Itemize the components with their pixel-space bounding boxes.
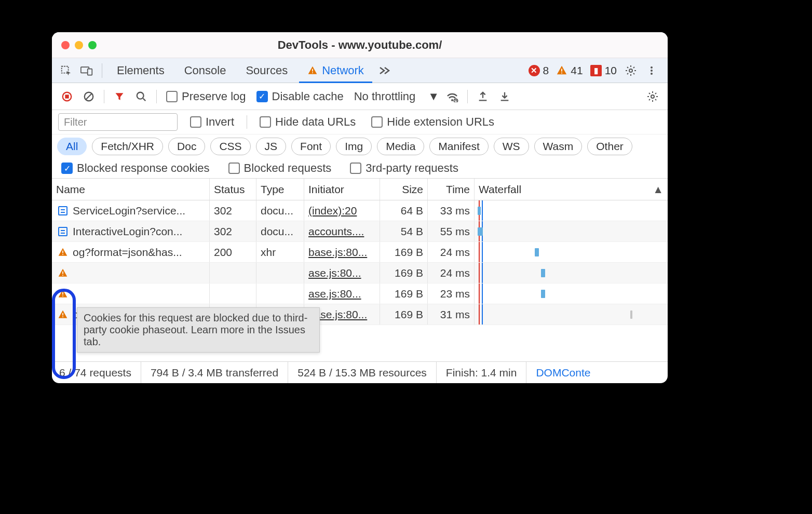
initiator-link[interactable]: ase.js:80...	[308, 288, 361, 300]
col-name[interactable]: Name	[52, 179, 210, 200]
initiator-link[interactable]: ase.js:80...	[308, 267, 361, 279]
filter-icon[interactable]	[111, 88, 128, 105]
chip-manifest[interactable]: Manifest	[429, 138, 488, 155]
minimize-window-button[interactable]	[75, 41, 83, 49]
kebab-menu-icon[interactable]	[643, 62, 660, 79]
document-icon	[56, 206, 70, 215]
col-size[interactable]: Size	[380, 179, 428, 200]
preserve-log-checkbox[interactable]: Preserve log	[163, 90, 249, 103]
svg-rect-25	[62, 295, 63, 296]
svg-point-7	[629, 69, 632, 72]
warning-icon	[56, 309, 70, 320]
tab-elements[interactable]: Elements	[109, 58, 173, 83]
chip-doc[interactable]: Doc	[168, 138, 205, 155]
chip-img[interactable]: Img	[336, 138, 372, 155]
titlebar: DevTools - www.youtube.com/	[52, 32, 668, 58]
window-title: DevTools - www.youtube.com/	[52, 38, 668, 52]
svg-rect-27	[62, 316, 63, 317]
table-row[interactable]: og?format=json&has...200xhrbase.js:80...…	[52, 242, 668, 263]
more-tabs-icon[interactable]	[375, 62, 393, 79]
filter-input[interactable]: Filter	[58, 113, 178, 131]
hide-data-urls-checkbox[interactable]: Hide data URLs	[256, 115, 359, 129]
chip-other[interactable]: Other	[587, 138, 632, 155]
close-window-button[interactable]	[61, 41, 70, 49]
initiator-link[interactable]: base.js:80...	[308, 246, 367, 259]
chip-wasm[interactable]: Wasm	[534, 138, 583, 155]
svg-line-16	[143, 98, 146, 101]
chevron-down-icon: ▼	[428, 90, 439, 103]
tab-network[interactable]: Network	[299, 58, 372, 83]
blocked-requests-checkbox[interactable]: Blocked requests	[225, 161, 335, 175]
device-toggle-icon[interactable]	[78, 62, 96, 79]
table-row[interactable]: ServiceLogin?service...302docu...(index)…	[52, 200, 668, 221]
svg-rect-5	[561, 69, 562, 72]
third-party-checkbox[interactable]: 3rd-party requests	[347, 161, 462, 175]
request-name: InteractiveLogin?con...	[73, 225, 205, 238]
cookie-blocked-tooltip: Cookies for this request are blocked due…	[77, 307, 320, 353]
maximize-window-button[interactable]	[88, 41, 97, 49]
error-counter[interactable]: ✕ 8	[526, 64, 551, 77]
inspect-icon[interactable]	[57, 62, 75, 79]
status-resources: 524 B / 15.3 MB resources	[288, 362, 437, 383]
svg-rect-26	[62, 313, 63, 315]
col-type[interactable]: Type	[256, 179, 304, 200]
initiator-link[interactable]: accounts....	[308, 225, 364, 238]
status-bar: 6 / 74 requests 794 B / 3.4 MB transferr…	[52, 361, 668, 383]
warning-icon	[56, 247, 70, 258]
issues-counter[interactable]: ▮ 10	[588, 64, 619, 77]
throttling-select[interactable]: No throttling ▼	[351, 90, 439, 103]
col-status[interactable]: Status	[210, 179, 256, 200]
settings-icon[interactable]	[622, 62, 640, 79]
waterfall-bar	[478, 227, 483, 236]
error-icon: ✕	[529, 65, 540, 76]
network-conditions-icon[interactable]	[443, 88, 461, 105]
waterfall-bar	[541, 269, 545, 277]
table-row[interactable]: ase.js:80...169 B24 ms	[52, 263, 668, 283]
waterfall-bar	[478, 207, 481, 215]
download-har-icon[interactable]	[496, 88, 513, 105]
disable-cache-checkbox[interactable]: ✓Disable cache	[253, 90, 347, 103]
initiator-link[interactable]: (index):20	[308, 205, 357, 217]
svg-rect-6	[561, 72, 562, 73]
tab-console[interactable]: Console	[176, 58, 235, 83]
request-name: ServiceLogin?service...	[73, 205, 205, 217]
warning-icon	[56, 289, 70, 299]
svg-rect-12	[65, 94, 69, 98]
waterfall-bar	[535, 248, 539, 256]
table-row[interactable]: ase.js:80...169 B23 ms	[52, 283, 668, 304]
hide-extension-urls-checkbox[interactable]: Hide extension URLs	[368, 115, 497, 129]
invert-checkbox[interactable]: Invert	[187, 115, 237, 129]
request-name: og?format=json&has...	[73, 246, 205, 259]
type-filter-chips: All Fetch/XHR Doc CSS JS Font Img Media …	[52, 134, 668, 158]
main-tabstrip: Elements Console Sources Network ✕ 8 41	[52, 58, 668, 83]
chip-media[interactable]: Media	[377, 138, 424, 155]
warning-counter[interactable]: 41	[554, 64, 585, 77]
chip-ws[interactable]: WS	[494, 138, 529, 155]
document-icon	[56, 227, 70, 236]
svg-point-9	[651, 70, 653, 72]
table-row[interactable]: InteractiveLogin?con...302docu...account…	[52, 221, 668, 242]
col-waterfall[interactable]: Waterfall ▲	[475, 179, 668, 200]
search-icon[interactable]	[132, 88, 150, 105]
record-button[interactable]	[58, 88, 76, 105]
svg-point-19	[651, 95, 654, 98]
issues-icon: ▮	[590, 65, 602, 76]
panel-settings-icon[interactable]	[644, 88, 661, 105]
warning-icon	[307, 65, 318, 76]
chip-font[interactable]: Font	[291, 138, 331, 155]
status-domcontent[interactable]: DOMConte	[526, 362, 600, 383]
col-initiator[interactable]: Initiator	[304, 179, 380, 200]
blocked-cookies-checkbox[interactable]: ✓Blocked response cookies	[58, 161, 213, 175]
tab-sources[interactable]: Sources	[237, 58, 296, 83]
chip-all[interactable]: All	[57, 138, 87, 155]
upload-har-icon[interactable]	[474, 88, 492, 105]
svg-point-15	[137, 92, 144, 99]
chip-css[interactable]: CSS	[210, 138, 250, 155]
col-time[interactable]: Time	[428, 179, 475, 200]
chip-js[interactable]: JS	[256, 138, 287, 155]
waterfall-bar	[541, 290, 545, 298]
svg-rect-20	[62, 250, 63, 253]
chip-fetch-xhr[interactable]: Fetch/XHR	[92, 138, 163, 155]
svg-rect-4	[312, 72, 313, 73]
clear-button[interactable]	[80, 88, 98, 105]
